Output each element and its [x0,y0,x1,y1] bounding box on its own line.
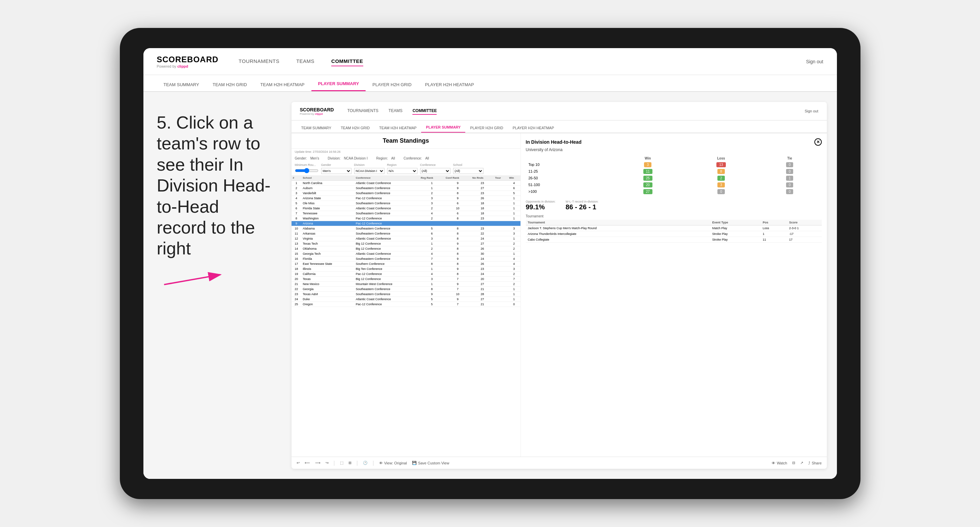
cell-school: Alabama [301,226,355,231]
app-tab-player-h2h-grid[interactable]: PLAYER H2H GRID [465,123,508,133]
cell-tour [494,236,508,241]
inner-nav-tournaments[interactable]: TOURNAMENTS [347,107,379,115]
cell-tour [494,181,508,186]
nav-tournaments[interactable]: TOURNAMENTS [239,57,279,66]
table-row[interactable]: 21 New Mexico Mountain West Conference 1… [291,282,520,287]
nav-teams[interactable]: TEAMS [296,57,315,66]
cell-no-rnds: 23 [471,216,494,221]
app-tab-player-h2h-heatmap[interactable]: PLAYER H2H HEATMAP [508,123,559,133]
cell-conference: Big 12 Conference [355,277,420,282]
app-tab-team-h2h-grid[interactable]: TEAM H2H GRID [336,123,374,133]
tournament-row: Cabo Collegiate Stroke Play 11 17 [526,237,822,243]
sub-tab-team-h2h-heatmap[interactable]: TEAM H2H HEATMAP [253,78,311,91]
cell-no-rnds: 28 [471,292,494,297]
cell-school: Georgia Tech [301,251,355,256]
table-row[interactable]: 10 Alabama Southeastern Conference 5 8 2… [291,226,520,231]
sign-out-button[interactable]: Sign out [806,59,823,64]
step-back-button[interactable]: ⟵ [305,461,310,465]
watch-button[interactable]: 👁 Watch [772,461,787,465]
cell-win: 4 [508,181,520,186]
table-row[interactable]: 7 Tennessee Southeastern Conference 4 6 … [291,211,520,216]
sub-tab-team-summary[interactable]: TEAM SUMMARY [157,78,206,91]
table-row[interactable]: 8 Washington Pac-12 Conference 2 8 23 1 [291,216,520,221]
h2h-close-button[interactable]: ✕ [815,138,822,146]
cell-tour [494,216,508,221]
table-row[interactable]: 5 Ole Miss Southeastern Conference 3 6 1… [291,201,520,206]
table-row[interactable]: 3 Vanderbilt Southeastern Conference 2 8… [291,191,520,196]
inner-nav-committee[interactable]: COMMITTEE [412,107,437,115]
cell-conf-rank: 8 [444,236,471,241]
clock-button[interactable]: 🕐 [363,461,368,465]
layout-button[interactable]: ⊟ [792,461,795,465]
nav-committee[interactable]: COMMITTEE [331,57,363,66]
export-button[interactable]: ↗ [800,461,803,465]
cell-tour [494,226,508,231]
separator-1: | [334,460,335,466]
cell-conference: Southeastern Conference [355,191,420,196]
table-row[interactable]: 25 Oregon Pac-12 Conference 5 7 21 0 [291,302,520,307]
view-original-button[interactable]: 👁 View: Original [379,461,407,465]
table-row[interactable]: 14 Oklahoma Big 12 Conference 2 8 26 2 [291,246,520,251]
sub-tab-team-h2h-grid[interactable]: TEAM H2H GRID [206,78,253,91]
save-custom-button[interactable]: 💾 Save Custom View [412,461,449,465]
app-tab-team-summary[interactable]: TEAM SUMMARY [297,123,336,133]
app-tab-team-h2h-heatmap[interactable]: TEAM H2H HEATMAP [374,123,421,133]
table-row[interactable]: 24 Duke Atlantic Coast Conference 5 9 27… [291,297,520,302]
sub-tab-player-summary[interactable]: PLAYER SUMMARY [312,77,366,91]
cell-tour [494,251,508,256]
copy-button[interactable]: ⬚ [340,461,344,465]
grid-button[interactable]: ⊞ [348,461,352,465]
cell-conference: Southeastern Conference [355,287,420,292]
table-row[interactable]: 17 East Tennessee State Southern Confere… [291,262,520,267]
tour-cell-name: Cabo Collegiate [526,237,710,243]
inner-nav-teams[interactable]: TEAMS [388,107,402,115]
col-reg-rank: Reg Rank [420,175,444,181]
table-row[interactable]: 16 Florida Southeastern Conference 7 9 2… [291,256,520,262]
table-row[interactable]: 2 Auburn Southeastern Conference 1 9 27 … [291,186,520,191]
cell-conf-rank: 7 [444,302,471,307]
min-rounds-section: Minimum Rou... [295,163,318,174]
cell-num: 6 [291,206,302,211]
cell-no-rnds: 23 [471,226,494,231]
region-section-label: Region [387,163,417,167]
sub-tab-player-h2h-heatmap[interactable]: PLAYER H2H HEATMAP [418,78,480,91]
inner-sign-out[interactable]: Sign out [805,109,818,113]
conference-section: Conference (All) [420,163,450,174]
wlt-value: 86 - 26 - 1 [566,203,598,211]
table-row[interactable]: 4 Arizona State Pac-12 Conference 3 9 26… [291,196,520,201]
school-select[interactable]: (All) [453,168,484,174]
cell-school: Illinois [301,267,355,271]
table-row[interactable]: 18 Illinois Big Ten Conference 1 9 23 3 [291,267,520,271]
table-row[interactable]: 11 Arkansas Southeastern Conference 6 8 … [291,231,520,236]
table-row[interactable]: 6 Florida State Atlantic Coast Conferenc… [291,206,520,211]
table-row[interactable]: 12 Virginia Atlantic Coast Conference 3 … [291,236,520,241]
wlt-label: W-L-T record in-division: [566,200,598,203]
share-button[interactable]: ⤴ Share [808,461,821,465]
min-rounds-label: Minimum Rou... [295,163,318,167]
table-row[interactable]: 23 Texas A&M Southeastern Conference 9 1… [291,292,520,297]
cell-win: 5 [508,191,520,196]
app-tab-player-summary[interactable]: PLAYER SUMMARY [421,122,465,133]
table-row[interactable]: 19 California Pac-12 Conference 4 8 24 2 [291,271,520,277]
table-row[interactable]: 15 Georgia Tech Atlantic Coast Conferenc… [291,251,520,256]
step-forward-button[interactable]: ⟶ [315,461,320,465]
cell-num: 24 [291,297,302,302]
table-row[interactable]: 20 Texas Big 12 Conference 3 7 20 7 [291,277,520,282]
division-select[interactable]: NCAA Division I [354,168,385,174]
table-row[interactable]: 9 Arizona Pac-12 Conference [291,221,520,226]
cell-no-rnds: 18 [471,206,494,211]
sub-tab-player-h2h-grid[interactable]: PLAYER H2H GRID [366,78,418,91]
redo-button[interactable]: ↪ [326,461,329,465]
cell-conference: Atlantic Coast Conference [355,251,420,256]
cell-conference: Pac-12 Conference [355,196,420,201]
cell-conference: Southeastern Conference [355,231,420,236]
min-rounds-slider[interactable] [295,169,318,172]
conference-select[interactable]: (All) [420,168,450,174]
gender-select[interactable]: Men's [321,168,352,174]
undo-button[interactable]: ↩ [297,461,300,465]
region-select[interactable]: N/A [387,168,417,174]
table-row[interactable]: 22 Georgia Southeastern Conference 8 7 2… [291,287,520,292]
table-row[interactable]: 13 Texas Tech Big 12 Conference 1 9 27 2 [291,241,520,246]
cell-school: Virginia [301,236,355,241]
table-row[interactable]: 1 North Carolina Atlantic Coast Conferen… [291,181,520,186]
